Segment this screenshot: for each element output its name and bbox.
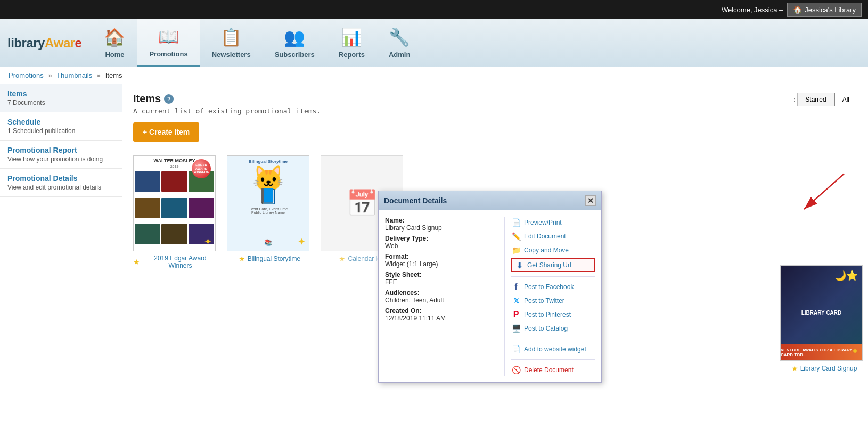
nav-item-promotions[interactable]: 📖 Promotions xyxy=(137,19,200,67)
nav-item-subscribers[interactable]: 👥 Subscribers xyxy=(263,19,327,67)
cat-footer-text: Event Date, Event TimePublic Library Nam… xyxy=(249,207,288,215)
book-icon: 📘 xyxy=(259,187,277,205)
thumb-star-libcard: ★ xyxy=(791,364,798,373)
create-item-button[interactable]: + Create Item xyxy=(133,122,199,142)
thumb-star-badge-edgar: ✦ xyxy=(204,236,212,248)
reports-icon: 📊 xyxy=(341,27,362,47)
thumb-star-calendar: ★ xyxy=(339,254,346,263)
moon-star-icon: 🌙⭐ xyxy=(834,270,858,282)
action-delete-document[interactable]: 🚫 Delete Document xyxy=(511,364,595,376)
field-label-delivery: Delivery Type: xyxy=(385,235,496,242)
filter-starred-button[interactable]: Starred xyxy=(797,93,834,106)
libcard-accent: VENTURE AWAITS FOR A LIBRARY CARD TOD... xyxy=(781,344,862,360)
sidebar-schedule-sub: 1 Scheduled publication xyxy=(7,127,114,135)
sidebar-report-title: Promotional Report xyxy=(7,146,114,154)
logo[interactable]: libraryAware xyxy=(5,19,92,67)
edit-icon: ✏️ xyxy=(511,232,521,241)
cat-thumb: Bilingual Storytime 🐱 📘 Event Date, Even… xyxy=(227,156,309,251)
sidebar-items-sub: 7 Documents xyxy=(7,99,114,106)
popup-title: Document Details xyxy=(384,196,447,205)
action-post-pinterest[interactable]: P Post to Pinterest xyxy=(511,309,595,320)
breadcrumb: Promotions » Thumbnails » Items xyxy=(0,67,868,84)
action-add-widget[interactable]: 📄 Add to website widget xyxy=(511,343,595,355)
action-label-widget: Add to website widget xyxy=(524,345,586,353)
filter-all-button[interactable]: All xyxy=(834,93,857,106)
nav-label-admin: Admin xyxy=(389,51,410,59)
breadcrumb-sep1: » xyxy=(48,71,52,79)
libcard-accent-text: VENTURE AWAITS FOR A LIBRARY CARD TOD... xyxy=(781,348,862,357)
nav-item-admin[interactable]: 🔧 Admin xyxy=(377,19,422,67)
nav-label-newsletters: Newsletters xyxy=(212,51,251,59)
thumb-title-edgar: ★ 2019 Edgar Award Winners xyxy=(133,254,218,269)
thumb-img-libcard: 🌙⭐ LIBRARY CARD VENTURE AWAITS FOR A LIB… xyxy=(780,265,863,361)
logo-aware: A xyxy=(45,36,54,51)
field-value-delivery: Web xyxy=(385,242,496,250)
thumb-star-badge-bilingual: ✦ xyxy=(298,236,306,248)
nav-label-reports: Reports xyxy=(339,51,365,59)
library-button[interactable]: 🏠 Jessica's Library xyxy=(787,3,862,17)
filter-label: : xyxy=(793,96,795,103)
edgar-book-1 xyxy=(135,171,160,192)
action-post-catalog[interactable]: 🖥️ Post to Catalog xyxy=(511,323,595,334)
sidebar-schedule-title: Schedule xyxy=(7,118,114,126)
field-value-format: Widget (1:1 Large) xyxy=(385,260,496,268)
action-divider-1 xyxy=(511,276,595,277)
thumb-title-libcard: ★ Library Card Signup xyxy=(780,364,868,373)
action-label-pinterest: Post to Pinterest xyxy=(524,311,571,318)
thumb-label-edgar: 2019 Edgar Award Winners xyxy=(142,254,218,269)
field-value-name: Library Card Signup xyxy=(385,224,496,232)
breadcrumb-sep2: » xyxy=(97,71,101,79)
page-subtitle: A current list of existing promotional i… xyxy=(133,107,857,115)
newsletters-icon: 📋 xyxy=(220,27,242,47)
field-label-name: Name: xyxy=(385,217,496,224)
info-icon[interactable]: ? xyxy=(164,94,174,104)
sidebar-item-promotional-report[interactable]: Promotional Report View how your promoti… xyxy=(0,141,122,169)
edgar-book-2 xyxy=(161,171,187,192)
preview-icon: 📄 xyxy=(511,218,521,227)
action-label-twitter: Post to Twitter xyxy=(524,297,564,304)
edgar-award-circle: EDGAR AWARD WINNERS xyxy=(192,159,211,178)
thumb-card-libcard[interactable]: 🌙⭐ LIBRARY CARD VENTURE AWAITS FOR A LIB… xyxy=(780,265,868,373)
libcard-text: LIBRARY CARD xyxy=(801,309,842,317)
nav-label-subscribers: Subscribers xyxy=(275,51,315,59)
field-value-created: 12/18/2019 11:11 AM xyxy=(385,315,496,322)
sidebar-item-promotional-details[interactable]: Promotional Details View and edit promot… xyxy=(0,169,122,197)
action-label-preview: Preview/Print xyxy=(524,219,562,226)
action-label-facebook: Post to Facebook xyxy=(524,283,574,291)
action-preview-print[interactable]: 📄 Preview/Print xyxy=(511,217,595,228)
sidebar-report-sub: View how your promotion is doing xyxy=(7,155,114,163)
catalog-icon: 🖥️ xyxy=(511,324,521,333)
sidebar-item-schedule[interactable]: Schedule 1 Scheduled publication xyxy=(0,112,122,141)
sidebar-item-items[interactable]: Items 7 Documents xyxy=(0,84,122,112)
nav-item-home[interactable]: 🏠 Home xyxy=(92,19,137,67)
filter-bar: : Starred All xyxy=(793,93,857,106)
popup-close-button[interactable]: ✕ xyxy=(585,195,596,206)
thumb-img-edgar: WALTER MOSLEY 2019 EDGAR AWARD WINNERS xyxy=(133,155,216,251)
thumb-star-edgar: ★ xyxy=(133,258,140,266)
nav-label-promotions: Promotions xyxy=(149,50,187,58)
edgar-book-4 xyxy=(135,198,160,218)
thumb-card-edgar[interactable]: WALTER MOSLEY 2019 EDGAR AWARD WINNERS xyxy=(133,155,218,269)
action-label-catalog: Post to Catalog xyxy=(524,325,568,332)
thumb-star-badge-libcard: ✦ xyxy=(851,345,859,357)
edgar-thumb: WALTER MOSLEY 2019 EDGAR AWARD WINNERS xyxy=(134,156,215,251)
action-get-sharing-url[interactable]: ⬇ Get Sharing Url xyxy=(511,258,595,272)
breadcrumb-thumbnails[interactable]: Thumbnails xyxy=(56,71,92,79)
thumb-star-bilingual: ★ xyxy=(239,254,245,263)
action-edit-document[interactable]: ✏️ Edit Document xyxy=(511,231,595,242)
nav-item-newsletters[interactable]: 📋 Newsletters xyxy=(200,19,263,67)
action-copy-move[interactable]: 📁 Copy and Move xyxy=(511,244,595,256)
action-post-twitter[interactable]: 𝕏 Post to Twitter xyxy=(511,295,595,307)
action-post-facebook[interactable]: f Post to Facebook xyxy=(511,281,595,293)
library-label: Jessica's Library xyxy=(805,6,856,14)
action-label-sharing: Get Sharing Url xyxy=(527,261,571,269)
breadcrumb-promotions[interactable]: Promotions xyxy=(9,71,44,79)
nav-label-home: Home xyxy=(105,51,124,59)
field-label-created: Created On: xyxy=(385,307,496,315)
edgar-book-5 xyxy=(161,198,187,218)
thumb-card-bilingual[interactable]: Bilingual Storytime 🐱 📘 Event Date, Even… xyxy=(227,155,312,269)
action-label-copy: Copy and Move xyxy=(524,246,569,254)
nav-item-reports[interactable]: 📊 Reports xyxy=(327,19,377,67)
libcard-thumb: 🌙⭐ LIBRARY CARD VENTURE AWAITS FOR A LIB… xyxy=(781,266,862,360)
popup-info: Name: Library Card Signup Delivery Type:… xyxy=(385,217,496,376)
